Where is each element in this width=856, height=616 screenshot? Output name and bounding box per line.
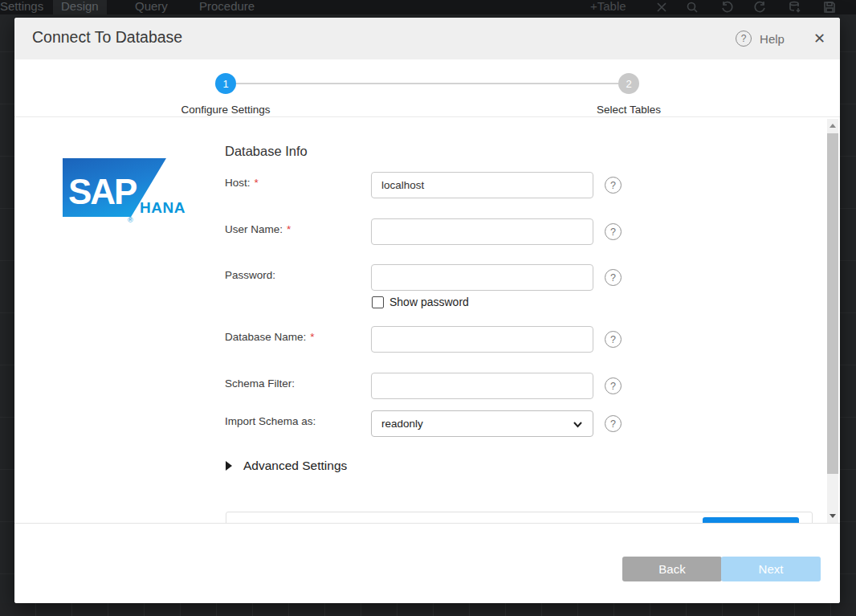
step-1-indicator: 1 xyxy=(215,73,236,94)
hana-logo-text: HANA xyxy=(140,199,185,217)
tab-settings[interactable]: Settings xyxy=(0,0,51,14)
import-schema-selected-value: readonly xyxy=(381,418,573,430)
scroll-down-arrow-icon[interactable] xyxy=(830,514,836,518)
help-link[interactable]: Help xyxy=(760,32,785,46)
advanced-settings-label: Advanced Settings xyxy=(243,459,347,473)
schema-filter-label: Schema Filter: xyxy=(225,377,295,390)
dialog-footer: Back Next xyxy=(14,523,840,603)
close-icon[interactable] xyxy=(654,1,669,14)
wizard-stepper: 1 2 Configure Settings Select Tables xyxy=(14,59,840,117)
import-schema-select[interactable]: readonly xyxy=(371,410,593,437)
host-help-icon[interactable]: ? xyxy=(605,177,622,194)
step-1-label: Configure Settings xyxy=(145,104,306,116)
sap-logo-text: SAP xyxy=(68,172,136,212)
dialog-header: Connect To Database ? Help ✕ xyxy=(14,18,840,59)
search-icon[interactable] xyxy=(685,1,699,14)
dialog-body: SAP HANA ® Database Info Host:* ? User N… xyxy=(14,117,840,523)
stepper-connector-line xyxy=(236,83,618,84)
database-name-input[interactable] xyxy=(371,326,593,353)
step-2-label: Select Tables xyxy=(548,104,709,116)
scroll-up-arrow-icon[interactable] xyxy=(830,124,836,128)
import-schema-help-icon[interactable]: ? xyxy=(605,415,622,432)
schema-filter-help-icon[interactable]: ? xyxy=(605,377,622,394)
password-label: Password: xyxy=(225,269,275,281)
next-button[interactable]: Next xyxy=(721,557,821,581)
help-icon[interactable]: ? xyxy=(736,31,752,47)
back-button[interactable]: Back xyxy=(622,557,722,581)
database-name-help-icon[interactable]: ? xyxy=(605,331,622,348)
tab-procedure[interactable]: Procedure xyxy=(191,0,263,14)
show-password-row: Show password xyxy=(372,296,469,308)
username-label: User Name:* xyxy=(225,223,291,235)
export-database-icon[interactable] xyxy=(788,1,802,14)
undo-icon[interactable] xyxy=(719,1,734,14)
password-help-icon[interactable]: ? xyxy=(605,269,622,286)
test-connection-button[interactable]: Test Connection xyxy=(703,517,799,523)
connect-to-database-dialog: Connect To Database ? Help ✕ 1 2 Configu… xyxy=(14,18,840,603)
registered-trademark-icon: ® xyxy=(128,216,133,224)
import-schema-label: Import Schema as: xyxy=(225,415,316,427)
chevron-down-icon xyxy=(573,418,583,429)
required-marker: * xyxy=(287,223,291,235)
app-topbar: Settings Design Query Procedure +Table xyxy=(0,0,856,14)
form-heading: Database Info xyxy=(225,144,308,159)
sap-hana-logo: SAP HANA ® xyxy=(63,158,187,226)
username-help-icon[interactable]: ? xyxy=(605,223,622,240)
required-marker: * xyxy=(255,177,259,189)
save-icon[interactable] xyxy=(822,1,837,14)
host-label: Host:* xyxy=(225,177,259,189)
show-password-label: Show password xyxy=(389,296,469,308)
dialog-close-icon[interactable]: ✕ xyxy=(813,31,825,46)
database-name-label: Database Name:* xyxy=(225,331,315,343)
redo-icon[interactable] xyxy=(753,1,768,14)
show-password-checkbox[interactable] xyxy=(372,296,384,308)
expander-arrow-icon xyxy=(226,461,232,471)
password-input[interactable] xyxy=(371,264,593,291)
dialog-title: Connect To Database xyxy=(32,28,182,47)
add-table-button[interactable]: +Table xyxy=(590,0,626,13)
advanced-settings-toggle[interactable]: Advanced Settings xyxy=(226,459,347,473)
schema-filter-input[interactable] xyxy=(371,373,593,399)
host-input[interactable] xyxy=(371,172,593,198)
background-table-grid xyxy=(0,603,856,616)
test-connection-panel: Test the connection to make sure that it… xyxy=(226,512,813,523)
username-input[interactable] xyxy=(371,218,593,245)
scrollbar-thumb[interactable] xyxy=(827,133,838,474)
required-marker: * xyxy=(310,331,314,343)
tab-design[interactable]: Design xyxy=(53,0,107,14)
tab-query[interactable]: Query xyxy=(127,0,176,14)
step-2-indicator: 2 xyxy=(618,73,639,94)
scrollbar[interactable] xyxy=(827,119,838,523)
